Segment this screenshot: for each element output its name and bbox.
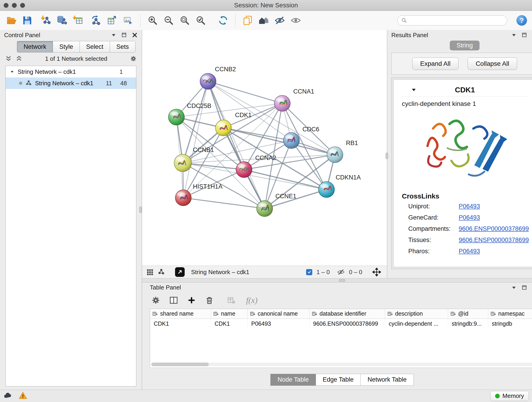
memory-button[interactable]: Memory: [490, 391, 529, 401]
warnings-button[interactable]: [18, 391, 27, 401]
import-network-file-button[interactable]: [39, 14, 52, 27]
add-column-icon[interactable]: [187, 296, 196, 305]
tab-edge-table[interactable]: Edge Table: [316, 374, 361, 386]
network-node[interactable]: [318, 182, 335, 198]
tab-select[interactable]: Select: [80, 41, 110, 52]
network-collection-row[interactable]: String Network – cdk1 1: [6, 66, 136, 77]
export-network-button[interactable]: [90, 14, 102, 27]
string-tab-badge[interactable]: String: [450, 41, 480, 51]
network-node[interactable]: [327, 147, 343, 163]
network-node[interactable]: [236, 162, 252, 178]
help-button[interactable]: ?: [516, 15, 527, 26]
tab-network-table[interactable]: Network Table: [361, 374, 414, 386]
zoom-in-button[interactable]: [146, 14, 159, 27]
minimize-window-button[interactable]: [12, 3, 17, 8]
duplicate-network-button[interactable]: [241, 14, 254, 27]
hidden-eye-slash-icon[interactable]: [337, 268, 345, 276]
column-header[interactable]: shared name: [150, 309, 211, 319]
expand-all-icon[interactable]: [16, 55, 22, 62]
tissues-link[interactable]: 9606.ENSP00000378699: [459, 236, 529, 243]
expand-all-button[interactable]: Expand All: [412, 57, 458, 70]
pan-crosshair-icon[interactable]: [372, 268, 381, 276]
uniprot-link[interactable]: P06493: [459, 203, 480, 210]
open-in-new-window-button[interactable]: [175, 267, 185, 277]
show-graphics-button[interactable]: [290, 14, 302, 27]
table-hscrollbar-thumb[interactable]: [152, 363, 209, 366]
tab-style[interactable]: Style: [53, 41, 80, 52]
gear-icon[interactable]: [130, 55, 137, 62]
cell-canonical-name[interactable]: P06493: [247, 319, 309, 329]
zoom-out-button[interactable]: [162, 14, 175, 27]
selected-indicator-checkbox[interactable]: [306, 269, 312, 275]
collapse-all-button[interactable]: Collapse All: [468, 57, 517, 70]
import-network-database-button[interactable]: [56, 14, 68, 27]
cell-name[interactable]: CDK1: [211, 319, 247, 329]
search-input[interactable]: [410, 17, 503, 24]
apply-layout-button[interactable]: [217, 14, 229, 27]
float-panel-icon[interactable]: [521, 32, 527, 38]
cloud-status-button[interactable]: [3, 391, 12, 401]
splitter-handle[interactable]: [386, 153, 388, 159]
birds-eye-view-icon[interactable]: [146, 268, 153, 276]
tab-node-table[interactable]: Node Table: [270, 374, 316, 386]
cell-description[interactable]: cyclin-dependent ...: [385, 319, 448, 329]
collapse-all-icon[interactable]: [5, 55, 12, 62]
column-header[interactable]: canonical name: [247, 309, 309, 319]
network-node[interactable]: [175, 190, 191, 206]
open-session-button[interactable]: [5, 14, 17, 27]
cell-namespace[interactable]: stringdb: [488, 319, 532, 329]
search-box[interactable]: [397, 15, 507, 26]
table-row[interactable]: CDK1 CDK1 P06493 9606.ENSP00000378699 cy…: [150, 319, 532, 329]
home-button[interactable]: [258, 14, 270, 27]
float-panel-icon[interactable]: [121, 32, 127, 38]
close-panel-icon[interactable]: [132, 32, 138, 38]
panel-menu-icon[interactable]: [111, 32, 117, 38]
cell-id[interactable]: stringdb:9...: [448, 319, 488, 329]
column-header[interactable]: description: [385, 309, 448, 319]
splitter-handle[interactable]: [339, 279, 345, 282]
network-edge[interactable]: [208, 81, 335, 155]
tree-expand-icon[interactable]: [10, 70, 14, 74]
network-node[interactable]: [174, 154, 191, 172]
genecard-link[interactable]: P06493: [459, 214, 480, 221]
hide-graphics-button[interactable]: [273, 14, 286, 27]
float-panel-icon[interactable]: [521, 285, 527, 291]
pharos-link[interactable]: P06493: [459, 248, 480, 255]
splitter-handle[interactable]: [139, 206, 142, 213]
network-node[interactable]: [257, 201, 273, 217]
column-header[interactable]: namespac: [488, 309, 532, 319]
column-header[interactable]: name: [211, 309, 247, 319]
network-overview-icon[interactable]: [158, 268, 165, 276]
tab-sets[interactable]: Sets: [110, 41, 135, 52]
save-session-button[interactable]: [21, 14, 33, 27]
zoom-window-button[interactable]: [20, 3, 25, 8]
cell-shared-name[interactable]: CDK1: [150, 319, 211, 329]
network-node[interactable]: [215, 120, 231, 136]
network-canvas-svg[interactable]: CCNB2CCNA1CDC25BCDK1CDC6RB1CCNB1CCNA2CDK…: [142, 30, 387, 266]
cell-database-identifier[interactable]: 9606.ENSP00000378699: [309, 319, 385, 329]
network-node[interactable]: [274, 95, 290, 111]
network-node[interactable]: [168, 109, 184, 125]
protein-card-header[interactable]: CDK1: [401, 83, 529, 96]
column-header[interactable]: database identifier: [309, 309, 385, 319]
network-canvas[interactable]: CCNB2CCNA1CDC25BCDK1CDC6RB1CCNB1CCNA2CDK…: [142, 30, 387, 266]
panel-menu-icon[interactable]: [511, 32, 517, 38]
export-image-button[interactable]: [122, 14, 134, 27]
delete-column-icon[interactable]: [205, 296, 214, 305]
network-edge[interactable]: [183, 81, 208, 198]
network-node[interactable]: [283, 133, 299, 148]
tab-network[interactable]: Network: [17, 41, 53, 52]
close-window-button[interactable]: [4, 3, 8, 8]
panel-menu-icon[interactable]: [511, 285, 517, 291]
network-row[interactable]: String Network – cdk1 11 48: [6, 77, 136, 89]
export-table-button[interactable]: [106, 14, 118, 27]
compartments-link[interactable]: 9606.ENSP00000378699: [459, 225, 529, 232]
network-edge[interactable]: [208, 81, 282, 103]
zoom-selected-button[interactable]: [195, 14, 207, 27]
import-table-file-button[interactable]: [71, 14, 84, 27]
horizontal-splitter[interactable]: [142, 278, 532, 283]
zoom-fit-button[interactable]: [178, 14, 191, 27]
network-edge[interactable]: [183, 198, 265, 209]
column-manager-icon[interactable]: [169, 296, 178, 305]
collapse-section-icon[interactable]: [411, 87, 417, 93]
